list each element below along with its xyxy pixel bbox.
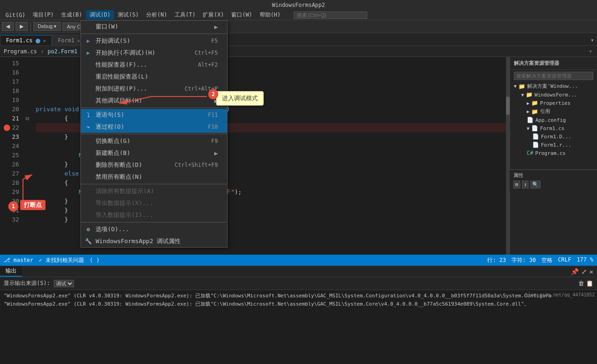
properties-grid-btn[interactable]: ⊞ [513,181,520,188]
dm-disable-all-bp[interactable]: 禁用所有断点(N) [81,171,227,183]
form1d-icon: 📄 [532,133,539,140]
dm-perf-shortcut: Alt+F2 [198,62,218,68]
status-spaces: 空格 [541,256,552,264]
forward-btn[interactable]: ▶ [16,22,28,31]
vscrollbar[interactable] [506,57,510,255]
form1cs-label: Form1.cs [540,125,564,131]
tree-appconfig[interactable]: 📄 App.config [510,116,597,124]
menu-build[interactable]: 生成(B) [57,10,86,20]
dm-new-bp[interactable]: 新建断点(B) ▶ [81,147,227,159]
dm-sep5 [81,222,227,222]
output-copy-btn[interactable]: 📋 [586,280,593,287]
properties-filter-btn[interactable]: 🔍 [530,181,540,188]
dm-debug-props[interactable]: 🔧 WindowsFormsApp2 调试属性 [81,235,227,247]
dm-perf[interactable]: 性能探查器(F)... Alt+F2 [81,59,227,71]
dm-start-debug-label: 开始调试(S) [96,37,130,45]
debug-mode-btn[interactable]: Debug ▾ [34,22,61,31]
line-numbers: 15 16 17 18 19 20 21 22 23 24 25 26 27 2… [0,57,23,255]
solution-explorer: 解决方案资源管理器 ▼ 📁 解决方案'Window... ▼ 📁 Windows… [510,57,597,255]
dm-attach[interactable]: 附加到进程(P)... Ctrl+Alt+P [81,83,227,95]
tree-form1r[interactable]: 📄 Form1.r... [510,141,597,149]
menu-help[interactable]: 帮助(H) [256,10,284,20]
step-into-icon: ⤵ [85,112,92,119]
solution-search-input[interactable] [514,72,593,80]
menu-project[interactable]: 项目(P) [29,10,57,20]
form1cs-icon: 📄 [531,125,538,131]
tab-close-form1[interactable]: ✕ [77,38,80,43]
menu-analysis[interactable]: 分析(N) [142,10,171,20]
dm-restart-perf[interactable]: 重启性能探查器(L) [81,71,227,83]
tree-references[interactable]: ▶ 📁 引用 [510,107,597,116]
line-num-26: 26 [4,160,19,169]
tab-close-form1cs[interactable]: ✕ [43,38,46,43]
menu-bar: Git(G) 项目(P) 生成(B) 调试(D) 测试(S) 分析(N) 工具(… [0,10,597,20]
project-icon: 📁 [526,91,533,98]
menu-git[interactable]: Git(G) [2,11,29,19]
dm-toggle-bp[interactable]: 切换断点(G) F9 [81,135,227,147]
project-arrow: ▼ [521,92,524,97]
properties-icon: 📁 [531,100,538,106]
menu-test[interactable]: 测试(S) [114,10,142,20]
new-bp-arrow: ▶ [214,150,218,157]
dm-options[interactable]: ⚙ 选项(O)... [81,223,227,235]
dm-start-debug[interactable]: ▶ 开始调试(S) F5 [81,35,227,47]
menu-tools[interactable]: 工具(T) [171,10,199,20]
project-label: WindowsForm... [534,92,577,98]
vscrollbar-thumb[interactable] [506,97,510,115]
status-nav: ⟨ ⟩ [90,257,100,263]
code-add-btn[interactable]: ＋ [588,47,593,55]
tree-project[interactable]: ▼ 📁 WindowsForm... [510,91,597,99]
output-close-btn[interactable]: ✕ [590,268,593,275]
tab-dropdown-btn[interactable]: ▾ [588,34,597,46]
output-clear-btn[interactable]: 🗑 [578,280,584,287]
tooltip-debug-mode: 进入调试模式 [216,91,264,106]
output-tab[interactable]: 输出 [0,266,22,277]
dm-step-into[interactable]: ⤵ 逐语句(S) F11 [81,109,227,121]
solution-label: 解决方案'Window... [527,83,578,90]
start-no-debug-icon: ▶ [85,50,92,56]
tree-form1cs[interactable]: ▼ 📄 Form1.cs [510,124,597,132]
output-pin-btn[interactable]: 📌 [571,268,579,275]
line-num-19: 19 [4,96,19,105]
tree-solution[interactable]: ▼ 📁 解决方案'Window... [510,82,597,91]
form1r-icon: 📄 [532,142,539,148]
dm-step-over-label: 逐过程(O) [96,123,124,131]
line-num-32: 32 [4,215,19,224]
dm-options-label: 选项(O)... [96,225,129,233]
line-num-18: 18 [4,86,19,96]
output-source-select[interactable]: 调试 [54,280,74,287]
dm-other-targets[interactable]: 其他调试目标(H) ▶ [81,95,227,107]
line-num-22: 22 [4,123,19,132]
menu-window[interactable]: 窗口(W) [227,10,256,20]
menu-debug[interactable]: 调试(D) [86,10,114,20]
search-input[interactable] [294,11,367,19]
status-bar: ⎇ master ✓ 未找到相关问题 ⟨ ⟩ 行: 23 字符: 30 空格 C… [0,255,597,266]
solution-explorer-title: 解决方案资源管理器 [510,57,597,70]
annotation-2: 2 [208,89,218,99]
dm-step-over-shortcut: F10 [208,124,218,130]
tab-form1cs[interactable]: Form1.cs ⬤ ✕ [0,35,52,46]
output-content: "WindowsFormsApp2.exe" (CLR v4.0.30319: … [0,290,597,330]
collapse-btn-21[interactable]: ⊟ [26,115,29,122]
programcs-label: Program.cs [535,150,565,156]
dm-restart-perf-label: 重启性能探查器(L) [96,73,148,81]
dm-sep1 [81,34,227,34]
properties-sort-btn[interactable]: ↕ [522,181,529,188]
properties-section: 属性 ⊞ ↕ 🔍 [510,170,597,190]
output-expand-btn[interactable]: ⤢ [581,268,587,275]
tree-form1d[interactable]: 📄 Form1.D... [510,132,597,141]
tree-programcs[interactable]: C# Program.cs [510,149,597,157]
title-bar: WindowsFormsApp2 [0,0,597,10]
dm-window[interactable]: 窗口(W) ▶ [81,21,227,33]
tree-properties[interactable]: ▶ 📁 Properties [510,99,597,107]
dm-sep4 [81,184,227,184]
back-btn[interactable]: ◀ [2,22,14,31]
dm-other-targets-label: 其他调试目标(H) [96,97,142,105]
properties-arrow: ▶ [527,101,529,106]
dm-clear-hints-label: 清除所有数据提示(A) [96,187,154,195]
dm-start-no-debug[interactable]: ▶ 开始执行(不调试)(H) Ctrl+F5 [81,47,227,59]
menu-extensions[interactable]: 扩展(X) [199,10,227,20]
dm-delete-all-bp[interactable]: 删除所有断点(D) Ctrl+Shift+F9 [81,159,227,171]
dm-step-over[interactable]: ↷ 逐过程(O) F10 [81,121,227,133]
dm-debug-props-label: WindowsFormsApp2 调试属性 [96,237,181,245]
